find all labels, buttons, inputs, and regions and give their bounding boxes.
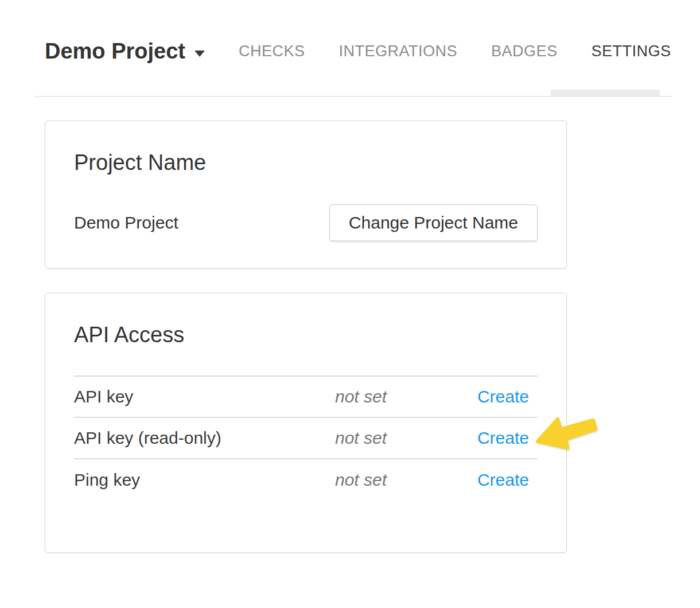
key-name-label: Ping key bbox=[74, 459, 335, 500]
caret-down-icon bbox=[195, 51, 205, 57]
active-tab-indicator bbox=[551, 90, 660, 96]
current-project-name: Demo Project bbox=[74, 213, 178, 233]
project-name-card: Project Name Demo Project Change Project… bbox=[45, 121, 567, 269]
project-switcher[interactable]: Demo Project bbox=[45, 40, 205, 62]
create-api-key-link[interactable]: Create bbox=[477, 387, 529, 406]
api-access-card-title: API Access bbox=[74, 324, 538, 346]
table-row-ping-key: Ping key not set Create bbox=[74, 459, 538, 500]
create-readonly-api-key-link[interactable]: Create bbox=[477, 428, 529, 447]
page-title: Demo Project bbox=[45, 40, 185, 62]
table-row-api-key: API key not set Create bbox=[74, 376, 538, 417]
change-project-name-button[interactable]: Change Project Name bbox=[329, 204, 538, 241]
key-name-label: API key (read-only) bbox=[74, 417, 335, 459]
project-header: Demo Project CHECKS INTEGRATIONS BADGES … bbox=[34, 0, 672, 97]
create-ping-key-link[interactable]: Create bbox=[477, 470, 529, 489]
tab-checks[interactable]: CHECKS bbox=[239, 44, 305, 59]
table-row-api-key-read-only: API key (read-only) not set Create bbox=[74, 417, 538, 459]
settings-content: Project Name Demo Project Change Project… bbox=[45, 121, 567, 553]
key-value-label: not set bbox=[335, 417, 429, 459]
api-access-card: API Access API key not set Create API ke… bbox=[45, 293, 567, 553]
project-name-card-title: Project Name bbox=[74, 152, 538, 173]
key-value-label: not set bbox=[335, 376, 429, 417]
key-value-label: not set bbox=[335, 459, 429, 500]
key-name-label: API key bbox=[74, 376, 335, 417]
api-keys-table: API key not set Create API key (read-onl… bbox=[74, 375, 538, 500]
tab-integrations[interactable]: INTEGRATIONS bbox=[339, 44, 458, 59]
tab-settings[interactable]: SETTINGS bbox=[592, 44, 671, 59]
tab-badges[interactable]: BADGES bbox=[491, 44, 558, 59]
